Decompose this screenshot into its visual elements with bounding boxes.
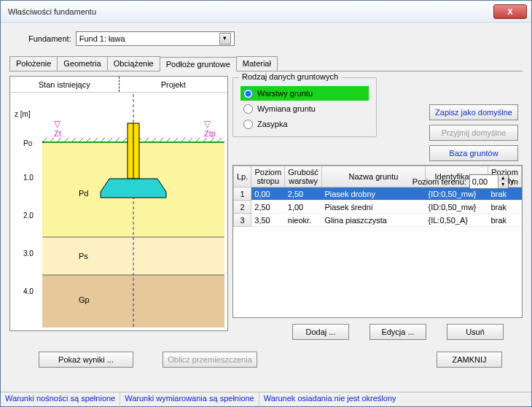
svg-marker-34 (101, 179, 166, 198)
poziom-terenu-field[interactable] (470, 175, 498, 188)
po-label: Po (23, 139, 32, 147)
z-axis-label: z [m] (15, 110, 31, 118)
tick-2: 2.0 (23, 212, 34, 220)
chevron-down-icon: ▾ (219, 33, 231, 44)
window-title: Właściwości fundamentu (8, 7, 493, 16)
radio-zasypka-input[interactable] (243, 120, 253, 129)
tab-obciazenie[interactable]: Obciążenie (107, 56, 160, 71)
col-lp[interactable]: Lp. (234, 166, 251, 187)
col-project: Projekt (120, 77, 228, 92)
przyjmij-domyslne-button: Przyjmij domyślne (429, 125, 518, 141)
col-existing: Stan istniejący (10, 77, 120, 92)
close-button[interactable]: X (493, 4, 527, 19)
oblicz-przemieszczenia-button: Oblicz przemieszczenia (163, 352, 257, 368)
zapisz-domyslne-button[interactable]: Zapisz jako domyślne (429, 104, 518, 120)
tick-3: 3.0 (23, 249, 34, 257)
radio-wymiana-input[interactable] (243, 104, 253, 114)
svg-text:Ps: Ps (79, 252, 88, 260)
radio-warstwy-input[interactable] (243, 89, 253, 98)
spin-down-icon[interactable]: ▼ (498, 182, 508, 188)
titlebar: Właściwości fundamentu X (1, 1, 531, 23)
pokaz-wyniki-button[interactable]: Pokaż wyniki ... (39, 352, 133, 368)
table-row[interactable]: 2 2,50 1,00 Piasek średni {ID:0,50_mw} b… (234, 201, 522, 214)
svg-text:Gp: Gp (79, 295, 90, 304)
status-osiadanie: Warunek osiadania nie jest określony (259, 392, 531, 406)
fundament-label: Fundament: (28, 34, 71, 43)
tab-material[interactable]: Materiał (236, 56, 278, 71)
svg-text:Pd: Pd (79, 189, 88, 198)
radio-wymiana[interactable]: Wymiana gruntu (240, 101, 369, 116)
col-nazwa[interactable]: Nazwa gruntu (321, 166, 425, 187)
soil-svg: Pd Ps Gp (42, 94, 224, 327)
tick-4: 4.0 (23, 287, 34, 295)
poziom-terenu-input[interactable]: ▲▼ (469, 174, 509, 189)
table-row[interactable]: 3 3,50 nieokr. Glina piaszczysta {IL:0,5… (234, 214, 522, 227)
statusbar: Warunki nośności są spełnione Warunki wy… (1, 392, 531, 406)
cross-section-view: Stan istniejący Projekt z [m] Po 1.0 2.0… (9, 76, 228, 331)
tabstrip: Położenie Geometria Obciążenie Podłoże g… (9, 56, 523, 71)
zamknij-button[interactable]: ZAMKNIJ (437, 352, 502, 368)
spin-up-icon[interactable]: ▲ (498, 175, 508, 182)
dodaj-button[interactable]: Dodaj ... (292, 324, 349, 340)
fundament-combo[interactable]: Fund 1: ława ▾ (76, 31, 235, 46)
col-grubosc[interactable]: Grubość warstwy (285, 166, 322, 187)
tab-polozenie[interactable]: Położenie (9, 56, 58, 71)
fundament-value: Fund 1: ława (79, 34, 125, 43)
edycja-button[interactable]: Edycja ... (369, 324, 426, 340)
group-legend: Rodzaj danych gruntowych (239, 72, 341, 81)
baza-gruntow-button[interactable]: Baza gruntów (429, 145, 518, 161)
tab-podloze[interactable]: Podłoże gruntowe (160, 57, 237, 71)
group-rodzaj: Rodzaj danych gruntowych Warstwy gruntu … (232, 77, 377, 137)
poziom-unit: m (512, 177, 518, 186)
radio-zasypka[interactable]: Zasypka (240, 117, 369, 131)
tab-geometria[interactable]: Geometria (57, 56, 107, 71)
table-row[interactable]: 1 0,00 2,50 Piasek drobny {ID:0,50_mw} b… (234, 187, 522, 201)
poziom-terenu-label: Poziom terenu: (412, 177, 466, 186)
col-poziom-stropu[interactable]: Poziom stropu (251, 166, 285, 187)
status-wymiarowanie: Warunki wymiarowania są spełnione (120, 392, 259, 406)
tick-1: 1.0 (23, 174, 34, 182)
status-nosnosc: Warunki nośności są spełnione (1, 392, 120, 406)
usun-button[interactable]: Usuń (447, 324, 504, 340)
radio-warstwy[interactable]: Warstwy gruntu (240, 86, 369, 101)
